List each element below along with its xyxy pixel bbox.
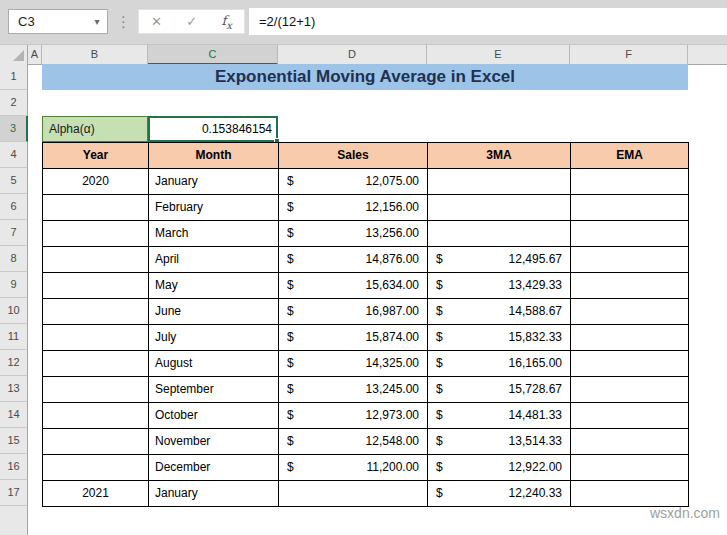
cell-3ma[interactable]: $15,728.67 — [428, 377, 571, 403]
cell-3ma[interactable]: $12,922.00 — [428, 455, 571, 481]
cell-year[interactable] — [43, 403, 149, 429]
row-header-9[interactable]: 9 — [0, 272, 28, 298]
row-header-5[interactable]: 5 — [0, 168, 28, 194]
cell-sales[interactable]: $14,325.00 — [279, 351, 428, 377]
row-header-6[interactable]: 6 — [0, 194, 28, 220]
cell-ema[interactable] — [571, 195, 689, 221]
cell-ema[interactable] — [571, 403, 689, 429]
cell-3ma[interactable] — [428, 195, 571, 221]
cell-month[interactable]: June — [149, 299, 279, 325]
cell-ema[interactable] — [571, 169, 689, 195]
cell-sales[interactable]: $14,876.00 — [279, 247, 428, 273]
cell-ema[interactable] — [571, 325, 689, 351]
cell-ema[interactable] — [571, 247, 689, 273]
cell-ema[interactable] — [571, 351, 689, 377]
cell-sales[interactable]: $12,156.00 — [279, 195, 428, 221]
cell-month[interactable]: May — [149, 273, 279, 299]
cell-year[interactable] — [43, 351, 149, 377]
cell-sales[interactable]: $11,200.00 — [279, 455, 428, 481]
name-box[interactable]: C3 ▾ — [8, 9, 108, 34]
cell-ema[interactable] — [571, 481, 689, 507]
column-header-C[interactable]: C — [148, 45, 278, 65]
cell-month[interactable]: October — [149, 403, 279, 429]
row-header-11[interactable]: 11 — [0, 324, 28, 350]
cell-month[interactable]: January — [149, 169, 279, 195]
cell-3ma[interactable]: $14,588.67 — [428, 299, 571, 325]
cell-year[interactable] — [43, 325, 149, 351]
cell-sales[interactable]: $13,245.00 — [279, 377, 428, 403]
select-all-button[interactable] — [0, 45, 28, 65]
cell-3ma[interactable]: $13,429.33 — [428, 273, 571, 299]
cell-year[interactable] — [43, 195, 149, 221]
cell-month[interactable]: November — [149, 429, 279, 455]
row-header-13[interactable]: 13 — [0, 376, 28, 402]
row-header-12[interactable]: 12 — [0, 350, 28, 376]
cell-year[interactable] — [43, 377, 149, 403]
cell-ema[interactable] — [571, 455, 689, 481]
cell-month[interactable]: August — [149, 351, 279, 377]
row-header-15[interactable]: 15 — [0, 428, 28, 454]
cell-sales[interactable]: $13,256.00 — [279, 221, 428, 247]
cell-3ma[interactable] — [428, 169, 571, 195]
cell-ema[interactable] — [571, 299, 689, 325]
row-header-4[interactable]: 4 — [0, 142, 28, 168]
cancel-icon[interactable]: ✕ — [151, 14, 162, 29]
cell-sales[interactable]: $15,634.00 — [279, 273, 428, 299]
table-header-ema[interactable]: EMA — [571, 143, 689, 169]
row-header-17[interactable]: 17 — [0, 480, 28, 506]
cell-3ma[interactable]: $13,514.33 — [428, 429, 571, 455]
cell-month[interactable]: February — [149, 195, 279, 221]
cell-year[interactable] — [43, 247, 149, 273]
title-cell[interactable]: Exponential Moving Average in Excel — [42, 64, 688, 90]
column-header-E[interactable]: E — [427, 45, 570, 65]
row-header-2[interactable]: 2 — [0, 90, 28, 116]
cell-ema[interactable] — [571, 221, 689, 247]
table-header-sales[interactable]: Sales — [279, 143, 428, 169]
cell-3ma[interactable]: $15,832.33 — [428, 325, 571, 351]
cell-month[interactable]: April — [149, 247, 279, 273]
cell-month[interactable]: March — [149, 221, 279, 247]
column-header-D[interactable]: D — [278, 45, 427, 65]
active-cell-c3[interactable]: 0.153846154 — [148, 116, 278, 142]
cell-year[interactable] — [43, 299, 149, 325]
cell-month[interactable]: December — [149, 455, 279, 481]
cell-3ma[interactable] — [428, 221, 571, 247]
cell-month[interactable]: January — [149, 481, 279, 507]
formula-input[interactable]: =2/(12+1) — [249, 8, 727, 35]
cell-sales[interactable]: $16,987.00 — [279, 299, 428, 325]
table-header-year[interactable]: Year — [43, 143, 149, 169]
cell-3ma[interactable]: $14,481.33 — [428, 403, 571, 429]
row-header-7[interactable]: 7 — [0, 220, 28, 246]
cell-sales[interactable]: $15,874.00 — [279, 325, 428, 351]
cell-3ma[interactable]: $12,240.33 — [428, 481, 571, 507]
cell-ema[interactable] — [571, 429, 689, 455]
enter-icon[interactable]: ✓ — [186, 14, 197, 29]
row-header-10[interactable]: 10 — [0, 298, 28, 324]
cell-year[interactable] — [43, 221, 149, 247]
insert-function-icon[interactable]: fx — [221, 13, 231, 31]
cell-year[interactable]: 2020 — [43, 169, 149, 195]
cell-year[interactable] — [43, 273, 149, 299]
cell-ema[interactable] — [571, 273, 689, 299]
cell-sales[interactable] — [279, 481, 428, 507]
alpha-label-cell[interactable]: Alpha(α) — [42, 116, 148, 142]
row-header-14[interactable]: 14 — [0, 402, 28, 428]
row-header-1[interactable]: 1 — [0, 64, 28, 90]
cell-month[interactable]: July — [149, 325, 279, 351]
row-header-3[interactable]: 3 — [0, 116, 28, 142]
cell-year[interactable]: 2021 — [43, 481, 149, 507]
cell-year[interactable] — [43, 455, 149, 481]
cell-month[interactable]: September — [149, 377, 279, 403]
cell-ema[interactable] — [571, 377, 689, 403]
cell-sales[interactable]: $12,973.00 — [279, 403, 428, 429]
cell-sales[interactable]: $12,075.00 — [279, 169, 428, 195]
column-header-F[interactable]: F — [570, 45, 688, 65]
row-header-16[interactable]: 16 — [0, 454, 28, 480]
cell-sales[interactable]: $12,548.00 — [279, 429, 428, 455]
table-header-month[interactable]: Month — [149, 143, 279, 169]
cell-3ma[interactable]: $16,165.00 — [428, 351, 571, 377]
cell-3ma[interactable]: $12,495.67 — [428, 247, 571, 273]
table-header-3ma[interactable]: 3MA — [428, 143, 571, 169]
name-box-dropdown-icon[interactable]: ▾ — [87, 16, 107, 27]
row-header-8[interactable]: 8 — [0, 246, 28, 272]
